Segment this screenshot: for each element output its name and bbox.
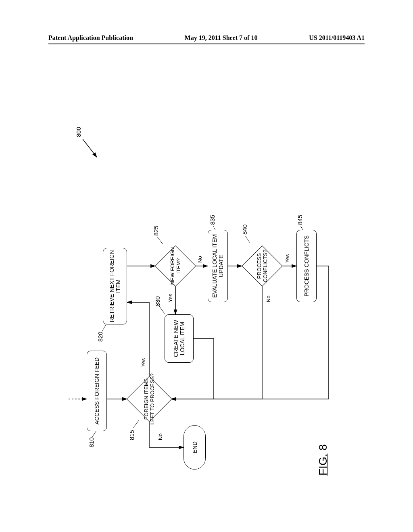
box-label: Access Foreign Feed (94, 357, 100, 424)
edge-no-825: No (197, 256, 203, 263)
flowchart-stage: Access Foreign Feed 810 Foreign Items Le… (65, 89, 347, 492)
header-right: US 2011/0119403 A1 (309, 34, 365, 42)
figure-8-diagram: Access Foreign Feed 810 Foreign Items Le… (40, 69, 371, 512)
terminator-label: End (192, 441, 198, 453)
svg-line-9 (83, 139, 97, 157)
figure-caption: FIG. 8 (317, 444, 330, 476)
box-label: Retrieve Next Foreign Item (108, 250, 121, 322)
edge-no-840: No (265, 295, 271, 302)
figure-caption-prefix: FIG. (317, 454, 329, 476)
box-evaluate-local: Evaluate Local Item Update (208, 230, 228, 302)
edge-no-815: No (157, 433, 163, 440)
edge-yes-825: Yes (167, 294, 173, 302)
header-rule (48, 44, 365, 44)
header-center: May 19, 2011 Sheet 7 of 10 (185, 34, 258, 42)
ref-830: 830 (154, 296, 161, 306)
svg-line-10 (92, 431, 96, 437)
edge-yes-840: Yes (284, 254, 290, 263)
svg-line-16 (245, 236, 250, 243)
box-access-foreign-feed: Access Foreign Feed (87, 351, 107, 431)
box-label: Create New Local Item (173, 316, 186, 361)
decision-new-item (155, 245, 196, 287)
edge-yes-815: Yes (140, 358, 146, 367)
box-retrieve-next: Retrieve Next Foreign Item (103, 248, 127, 324)
ref-835: 835 (209, 215, 216, 225)
ref-845: 845 (296, 215, 303, 225)
decision-conflicts (242, 245, 283, 287)
decision-items-left (126, 376, 172, 422)
ref-820: 820 (97, 332, 104, 342)
ref-840: 840 (241, 224, 248, 235)
box-label: Evaluate Local Item Update (211, 232, 224, 300)
svg-line-13 (157, 237, 163, 244)
figure-caption-number: 8 (317, 444, 329, 451)
ref-810: 810 (88, 437, 95, 447)
ref-815: 815 (128, 430, 135, 440)
header-left: Patent Application Publication (48, 34, 133, 42)
ref-825: 825 (152, 226, 159, 236)
svg-line-14 (159, 306, 165, 314)
page-header: Patent Application Publication May 19, 2… (0, 34, 413, 42)
svg-line-11 (133, 420, 139, 428)
terminator-end: End (184, 425, 206, 470)
box-label: Process Conflicts (303, 235, 310, 297)
box-create-local: Create New Local Item (165, 314, 194, 363)
box-process-conflicts: Process Conflicts (296, 230, 317, 302)
svg-line-12 (102, 325, 106, 331)
ref-800: 800 (75, 127, 82, 137)
